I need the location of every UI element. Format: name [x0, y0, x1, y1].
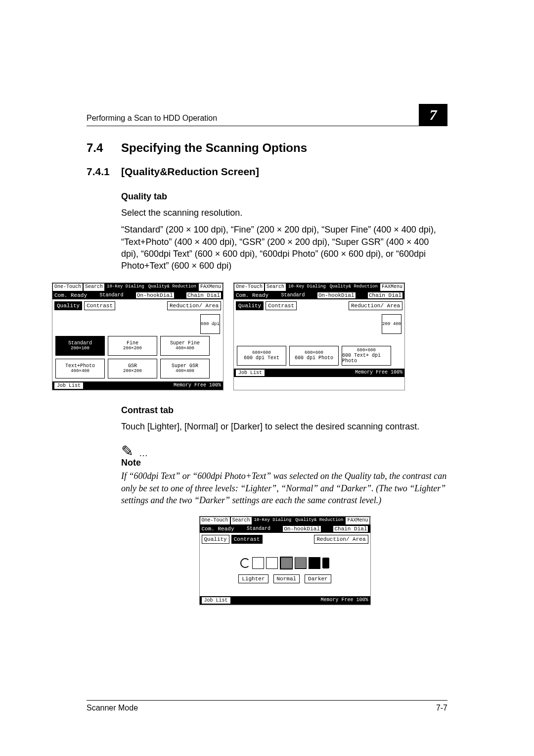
- subtab-quality[interactable]: Quality: [236, 301, 264, 310]
- page-footer: Scanner Mode 7-7: [87, 700, 447, 712]
- tab-search[interactable]: Search: [230, 517, 252, 524]
- job-list-button[interactable]: Job List: [54, 382, 83, 389]
- tab-dialing[interactable]: 10-Key Dialing: [105, 283, 146, 291]
- darker-button[interactable]: Darker: [305, 574, 331, 583]
- subtab-contrast[interactable]: Contrast: [84, 301, 115, 310]
- lighter-icon: [240, 558, 250, 568]
- subtab-quality[interactable]: Quality: [54, 301, 82, 310]
- subsection-number: 7.4.1: [87, 166, 121, 178]
- contrast-step-3[interactable]: [280, 557, 293, 569]
- quality-600-option-grid: 600×600600 dpi Text 600×600600 dpi Photo…: [237, 346, 401, 366]
- lighter-button[interactable]: Lighter: [238, 574, 268, 583]
- subtab-contrast[interactable]: Contrast: [266, 301, 297, 310]
- contrast-step-1[interactable]: [252, 557, 264, 569]
- subtab-reduction[interactable]: Reduction/ Area: [314, 535, 368, 544]
- tab-search[interactable]: Search: [265, 283, 286, 291]
- memory-free: Memory Free 100%: [355, 370, 402, 376]
- tab-faxmenu[interactable]: FAXMenu: [380, 283, 404, 291]
- quality-heading: Quality tab: [121, 191, 447, 202]
- status-left: Com. Ready: [236, 292, 268, 298]
- subtab-contrast[interactable]: Contrast: [231, 535, 263, 544]
- note-label: Note: [121, 458, 447, 468]
- contrast-step-5[interactable]: [309, 557, 320, 569]
- normal-button[interactable]: Normal: [273, 574, 300, 583]
- tab-faxmenu[interactable]: FAXMenu: [345, 517, 370, 524]
- job-list-button[interactable]: Job List: [202, 597, 230, 604]
- opt-600-text[interactable]: 600×600600 dpi Text: [237, 346, 286, 366]
- opt-600-text-photo[interactable]: 600×600600 Text+ dpi Photo: [342, 346, 391, 366]
- footer-right: 7-7: [436, 704, 447, 712]
- subtab-quality[interactable]: Quality: [202, 535, 229, 544]
- subtab-reduction[interactable]: Reduction/ Area: [349, 301, 402, 310]
- opt-standard[interactable]: Standard200×100: [55, 336, 105, 356]
- opt-text-photo[interactable]: Text+Photo400×400: [55, 359, 105, 378]
- opt-gsr[interactable]: GSR200×200: [108, 359, 157, 378]
- tab-search[interactable]: Search: [83, 283, 105, 291]
- contrast-scale: [203, 557, 367, 569]
- opt-super-gsr[interactable]: Super GSR400×400: [160, 359, 210, 378]
- quality-intro: Select the scanning resolution.: [121, 207, 447, 219]
- chain-dial-button[interactable]: Chain Dial: [333, 526, 368, 532]
- quality-option-grid: Standard200×100 Fine200×200 Super Fine40…: [55, 336, 220, 378]
- dpi-toggle-200-400[interactable]: 200 400: [382, 314, 401, 334]
- lcd-contrast: One-Touch Search 10-Key Dialing Quality&…: [199, 516, 371, 605]
- running-title: Performing a Scan to HDD Operation: [87, 114, 217, 123]
- darker-icon: [322, 558, 329, 568]
- status-mid: Standard: [99, 292, 123, 298]
- subsection-title: [Quality&Reduction Screen]: [121, 166, 259, 177]
- chain-dial-button[interactable]: Chain Dial: [368, 292, 402, 298]
- contrast-step-4[interactable]: [295, 557, 307, 569]
- tab-faxmenu[interactable]: FAXMenu: [198, 283, 223, 291]
- tab-dialing[interactable]: 10-Key Dialing: [286, 283, 328, 291]
- opt-super-fine[interactable]: Super Fine400×400: [160, 336, 210, 356]
- subsection-heading: 7.4.1[Quality&Reduction Screen]: [87, 166, 447, 178]
- tab-one-touch[interactable]: One-Touch: [200, 517, 230, 524]
- status-mid: Standard: [247, 526, 270, 532]
- contrast-body: Touch [Lighter], [Normal] or [Darker] to…: [121, 421, 447, 432]
- page-header: Performing a Scan to HDD Operation 7: [87, 104, 447, 126]
- opt-600-photo[interactable]: 600×600600 dpi Photo: [289, 346, 339, 366]
- tab-one-touch[interactable]: One-Touch: [234, 283, 265, 291]
- contrast-step-2[interactable]: [266, 557, 278, 569]
- tab-quality-reduction[interactable]: Quality& Reduction: [328, 283, 380, 291]
- opt-fine[interactable]: Fine200×200: [108, 336, 157, 356]
- onhook-dial-button[interactable]: On-hookDial: [317, 292, 356, 298]
- footer-left: Scanner Mode: [87, 704, 138, 712]
- note-icon: ✎ …: [121, 442, 447, 460]
- memory-free: Memory Free 100%: [320, 597, 368, 604]
- status-left: Com. Ready: [202, 526, 234, 532]
- chain-dial-button[interactable]: Chain Dial: [186, 292, 221, 298]
- job-list-button[interactable]: Job List: [236, 370, 265, 376]
- quality-body: “Standard” (200 × 100 dpi), “Fine” (200 …: [121, 224, 447, 272]
- memory-free: Memory Free 100%: [174, 382, 221, 389]
- onhook-dial-button[interactable]: On-hookDial: [136, 292, 174, 298]
- dpi-toggle-600[interactable]: 600 dpi: [200, 314, 220, 334]
- onhook-dial-button[interactable]: On-hookDial: [283, 526, 321, 532]
- tab-dialing[interactable]: 10-Key Dialing: [252, 517, 294, 524]
- subtab-reduction[interactable]: Reduction/ Area: [167, 301, 221, 310]
- section-title: Specifying the Scanning Options: [121, 141, 307, 154]
- chapter-tab: 7: [419, 104, 447, 126]
- note-body: If “600dpi Text” or “600dpi Photo+Text” …: [121, 470, 447, 506]
- section-heading: 7.4Specifying the Scanning Options: [87, 141, 447, 155]
- lcd-quality-1: One-Touch Search 10-Key Dialing Quality&…: [52, 283, 223, 390]
- status-left: Com. Ready: [54, 292, 87, 298]
- status-mid: Standard: [281, 292, 305, 298]
- contrast-heading: Contrast tab: [121, 405, 447, 416]
- tab-one-touch[interactable]: One-Touch: [52, 283, 83, 291]
- tab-quality-reduction[interactable]: Quality& Reduction: [293, 517, 345, 524]
- lcd-quality-2: One-Touch Search 10-Key Dialing Quality&…: [233, 283, 405, 390]
- tab-quality-reduction[interactable]: Quality& Reduction: [146, 283, 198, 291]
- section-number: 7.4: [87, 141, 121, 155]
